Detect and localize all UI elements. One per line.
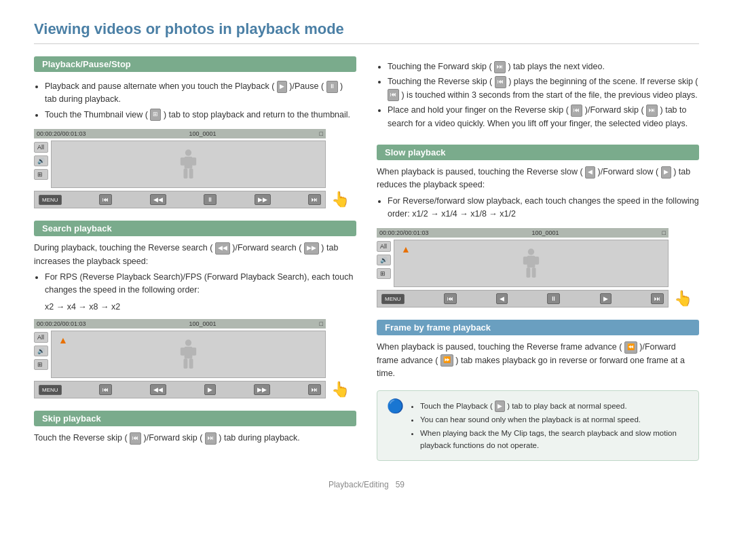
section-header-playback: Playback/Pause/Stop <box>34 56 356 72</box>
svg-rect-7 <box>185 346 193 358</box>
list-item: Playback and pause alternate when you to… <box>45 80 356 107</box>
next-btn-3[interactable]: ⏭ <box>651 293 664 304</box>
slow-playback-intro: When playback is paused, touching the Re… <box>377 166 699 192</box>
svg-rect-2 <box>181 157 185 166</box>
section-header-frame: Frame by frame playback <box>377 320 699 335</box>
all-label-3: All <box>377 241 391 252</box>
fforward-btn-2[interactable]: ▶▶ <box>254 384 270 395</box>
skip-playback-text: Touch the Reverse skip ( ⏮ )/Forward ski… <box>34 432 356 445</box>
footer-page-number: 59 <box>396 480 405 489</box>
info-box-list: Touch the Playback ( ▶ ) tab to play bac… <box>411 400 689 453</box>
section-frame-by-frame: Frame by frame playback When playback is… <box>377 320 699 461</box>
volume-icon-3: 🔊 <box>377 255 391 265</box>
hand-cursor-1: 👆 <box>331 191 356 208</box>
all-label-2: All <box>34 332 48 343</box>
forward-btn[interactable]: ▶▶ <box>255 194 271 205</box>
device-controls-2: MENU ⏮ ◀◀ ▶ ▶▶ ⏭ <box>34 381 326 398</box>
playback-pause-stop-list: Playback and pause alternate when you to… <box>34 80 356 124</box>
section-playback-pause-stop: Playback/Pause/Stop Playback and pause a… <box>34 56 356 208</box>
list-item: For Reverse/forward slow playback, each … <box>388 195 699 221</box>
device-info-bar-2: 00:00:20/00:01:03100_0001□ <box>34 319 326 329</box>
list-item: You can hear sound only when the playbac… <box>420 414 689 426</box>
grid-icon-3: ⊞ <box>377 268 391 279</box>
section-touching-forward: Touching the Forward skip ( ⏭ ) tab play… <box>377 58 699 132</box>
list-item: Place and hold your finger on the Revers… <box>388 104 699 130</box>
page-title: Viewing videos or photos in playback mod… <box>34 20 699 44</box>
next-btn[interactable]: ⏭ <box>308 194 321 205</box>
hand-cursor-2: 👆 <box>331 381 356 398</box>
svg-rect-5 <box>189 168 193 179</box>
list-item: Touch the Thumbnail view ( ⊞ ) tab to st… <box>45 109 356 122</box>
section-header-skip: Skip playback <box>34 411 356 426</box>
volume-icon: 🔊 <box>34 155 48 166</box>
svg-rect-17 <box>532 267 536 278</box>
device-info-bar-3: 00:00:20/00:01:03100_0001□ <box>377 228 669 238</box>
list-item: For RPS (Reverse Playback Search)/FPS (F… <box>45 271 356 297</box>
touching-forward-list: Touching the Forward skip ( ⏭ ) tab play… <box>377 60 699 132</box>
device-controls-1: MENU ⏮ ◀◀ ⏸ ▶▶ ⏭ <box>34 191 326 208</box>
svg-rect-10 <box>184 358 188 369</box>
svg-rect-14 <box>523 257 528 265</box>
device-screen-2: ▲ <box>51 331 326 378</box>
svg-rect-1 <box>185 156 193 168</box>
list-item: When playing back the My Clip tags, the … <box>420 428 689 451</box>
svg-rect-11 <box>189 358 193 369</box>
menu-btn-2[interactable]: MENU <box>39 385 62 395</box>
list-item: Touching the Reverse skip ( ⏮ ) plays th… <box>388 75 699 102</box>
device-mockup-1: 00:00:20/00:01:03100_0001□ All 🔊 ⊞ <box>34 129 356 208</box>
section-header-search: Search playback <box>34 221 356 236</box>
menu-btn[interactable]: MENU <box>39 195 62 205</box>
prev-btn-3[interactable]: ⏮ <box>444 293 457 304</box>
play-btn-2[interactable]: ▶ <box>204 384 216 395</box>
svg-rect-16 <box>527 267 531 278</box>
info-icon: 🔵 <box>387 398 404 414</box>
prev-btn[interactable]: ⏮ <box>99 194 112 205</box>
section-search-playback: Search playback During playback, touchin… <box>34 221 356 398</box>
device-screen-1 <box>51 141 326 188</box>
list-item: Touching the Forward skip ( ⏭ ) tab play… <box>388 60 699 73</box>
device-info-bar: 00:00:20/00:01:03100_0001□ <box>34 129 326 138</box>
search-playback-list: For RPS (Reverse Playback Search)/FPS (F… <box>34 271 356 299</box>
all-label: All <box>34 142 48 153</box>
search-playback-intro: During playback, touching the Reverse se… <box>34 242 356 268</box>
pause-btn[interactable]: ⏸ <box>204 194 217 205</box>
section-header-slow: Slow playback <box>377 145 699 160</box>
menu-btn-3[interactable]: MENU <box>381 294 405 304</box>
section-skip-playback: Skip playback Touch the Reverse skip ( ⏮… <box>34 411 356 445</box>
device-controls-3: MENU ⏮ ◀ ⏸ ▶ ⏭ <box>377 290 669 307</box>
rewind-btn-2[interactable]: ◀◀ <box>150 384 166 395</box>
hand-cursor-3: 👆 <box>674 290 699 307</box>
svg-point-12 <box>528 248 534 255</box>
svg-rect-9 <box>191 348 196 356</box>
svg-point-6 <box>185 339 191 346</box>
svg-rect-3 <box>191 157 196 166</box>
device-mockup-3: 00:00:20/00:01:03100_0001□ All 🔊 ⊞ <box>377 228 699 307</box>
rewind-btn[interactable]: ◀◀ <box>150 194 166 205</box>
grid-icon: ⊞ <box>34 169 48 180</box>
frame-by-frame-text: When playback is paused, touching the Re… <box>377 341 699 380</box>
rewind-slow-btn[interactable]: ◀ <box>496 293 508 304</box>
volume-icon-2: 🔊 <box>34 346 48 356</box>
fforward-slow-btn[interactable]: ▶ <box>600 293 612 304</box>
next-btn-2[interactable]: ⏭ <box>308 384 321 395</box>
svg-rect-13 <box>527 256 535 268</box>
pause-btn-3[interactable]: ⏸ <box>547 293 560 304</box>
svg-rect-8 <box>181 348 185 356</box>
device-screen-3: ▲ <box>394 240 669 287</box>
info-box: 🔵 Touch the Playback ( ▶ ) tab to play b… <box>377 390 699 461</box>
svg-rect-15 <box>534 257 539 265</box>
device-mockup-2: 00:00:20/00:01:03100_0001□ All 🔊 ⊞ <box>34 319 356 398</box>
list-item: Touch the Playback ( ▶ ) tab to play bac… <box>420 400 689 413</box>
prev-btn-2[interactable]: ⏮ <box>99 384 112 395</box>
section-slow-playback: Slow playback When playback is paused, t… <box>377 145 699 308</box>
footer-label: Playback/Editing <box>328 480 389 489</box>
svg-point-0 <box>185 149 191 155</box>
slow-playback-list: For Reverse/forward slow playback, each … <box>377 195 699 223</box>
page-footer: Playback/Editing 59 <box>34 480 699 489</box>
grid-icon-2: ⊞ <box>34 359 48 370</box>
svg-rect-4 <box>184 168 188 179</box>
speed-sequence: x2 → x4 → x8 → x2 <box>45 301 356 314</box>
